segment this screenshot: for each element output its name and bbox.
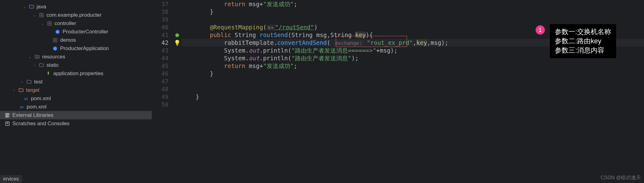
code-token: "路由生产者发送消息======>" [291, 47, 376, 54]
class-icon: C [52, 45, 58, 52]
svg-rect-7 [53, 38, 57, 42]
line-number: 39 [152, 16, 173, 23]
code-token: "发送成功" [263, 1, 294, 7]
line-number: 42 [152, 39, 173, 47]
tree-node-pom-outer[interactable]: › m pom.xml [0, 103, 152, 111]
tree-label: ProducterApplication [60, 45, 109, 52]
tree-node-target[interactable]: › target [0, 86, 152, 94]
excluded-folder-icon [18, 87, 24, 93]
chevron-down-icon: ⌄ [32, 12, 37, 18]
svg-point-13 [175, 33, 179, 37]
line-number: 47 [152, 78, 173, 85]
code-token: out [249, 47, 259, 54]
code-token: msg+ [245, 62, 263, 69]
code-token: ,msg); [427, 39, 449, 46]
tree-node-pom-inner[interactable]: › m pom.xml [0, 94, 152, 103]
maven-icon: m [23, 96, 29, 102]
tree-node-controller[interactable]: ⌄ controller [0, 19, 152, 28]
scratches-icon [4, 121, 11, 127]
endpoint-gutter-icon[interactable] [173, 31, 182, 39]
tree-node-scratches[interactable]: Scratches and Consoles [0, 119, 152, 128]
tree-node-producter-controller[interactable]: › C ProducterController [0, 28, 152, 36]
code-token: , [413, 39, 416, 46]
folder-icon [28, 4, 35, 10]
code-token: @RequestMapping [210, 24, 263, 31]
tree-node-static[interactable]: › static [0, 61, 152, 69]
chevron-right-icon: › [19, 79, 25, 85]
line-number-gutter: 37 38 39 40 41 42 43 44 45 46 47 48 49 5… [152, 0, 173, 183]
code-token: .println( [260, 47, 291, 54]
code-token: ; [294, 1, 297, 7]
resources-folder-icon [34, 54, 40, 60]
line-number: 45 [152, 62, 173, 70]
code-token: String [235, 32, 256, 38]
project-tree[interactable]: ⌄ java ⌄ com.example.producter ⌄ control… [0, 0, 152, 183]
tree-node-java[interactable]: ⌄ java [0, 2, 152, 11]
services-tab[interactable]: ervices [0, 175, 22, 183]
callout-number-badge: 1 [536, 25, 545, 35]
tree-label: test [34, 79, 42, 85]
code-token: public [210, 32, 231, 38]
code-token: out [249, 55, 259, 62]
line-number: 43 [152, 47, 173, 54]
line-number: 37 [152, 0, 173, 8]
folder-icon [26, 79, 32, 85]
callout-line: 参数一:交换机名称 [555, 27, 611, 36]
package-icon [38, 12, 45, 18]
tree-label: controller [55, 20, 76, 27]
intention-bulb-icon[interactable]: 💡 [173, 39, 182, 47]
package-icon [52, 37, 58, 43]
code-editor[interactable]: 37 38 39 40 41 42 43 44 45 46 47 48 49 5… [152, 0, 644, 183]
line-number: 44 [152, 54, 173, 62]
code-token: "发送成功" [263, 62, 294, 69]
tree-label: target [26, 87, 39, 93]
tree-label: External Libraries [12, 112, 53, 118]
tree-label: ProducterController [63, 29, 108, 35]
svg-point-6 [55, 39, 56, 41]
tree-label: java [37, 4, 46, 10]
tree-node-test[interactable]: › test [0, 78, 152, 86]
gutter-marks: 💡 [173, 0, 182, 183]
code-token: ); [352, 55, 359, 62]
line-number: 48 [152, 85, 173, 93]
chevron-right-icon: › [11, 87, 17, 93]
tree-node-external-libraries[interactable]: External Libraries [0, 111, 152, 119]
chevron-down-icon: ⌄ [40, 21, 45, 26]
tree-label: demos [60, 37, 76, 43]
callout-line: 参数三:消息内容 [555, 46, 611, 55]
code-token: return [224, 1, 245, 7]
svg-rect-1 [40, 13, 43, 17]
chevron-right-icon: › [32, 62, 37, 68]
tree-node-package[interactable]: ⌄ com.example.producter [0, 11, 152, 19]
code-token: key [416, 39, 427, 46]
code-token: } [210, 70, 213, 77]
callout-line: 参数二:路由key [555, 36, 611, 46]
tree-label: static [46, 62, 59, 68]
code-token: "路由生产者发送消息" [291, 55, 352, 62]
http-method-hint-icon[interactable]: ⊕▾ [267, 25, 275, 31]
line-number: 50 [152, 101, 173, 109]
tree-node-application[interactable]: › C ProducterApplication [0, 44, 152, 53]
line-number: 41 [152, 31, 173, 39]
line-number: 38 [152, 8, 173, 16]
code-token: System. [224, 55, 249, 62]
watermark: CSDN @暗武逢天 [601, 175, 641, 181]
code-token: ) [314, 24, 318, 31]
tree-node-resources[interactable]: ⌄ resources [0, 53, 152, 61]
tree-node-demos[interactable]: › demos [0, 36, 152, 44]
code-token: routSend [260, 32, 288, 38]
tree-node-app-properties[interactable]: › application.properties [0, 69, 152, 78]
svg-text:m: m [24, 96, 28, 101]
tree-label: com.example.producter [46, 12, 102, 18]
tree-label: pom.xml [27, 104, 46, 110]
code-token: System. [224, 47, 249, 54]
code-token: convertAndSend [277, 39, 327, 46]
tree-label: Scratches and Consoles [12, 121, 69, 127]
line-number: 40 [152, 23, 173, 31]
tree-label: resources [42, 54, 65, 60]
svg-text:m: m [20, 104, 23, 109]
chevron-down-icon: ⌄ [27, 54, 33, 60]
code-token: } [196, 93, 199, 100]
maven-icon: m [19, 104, 25, 110]
line-number: 46 [152, 70, 173, 78]
